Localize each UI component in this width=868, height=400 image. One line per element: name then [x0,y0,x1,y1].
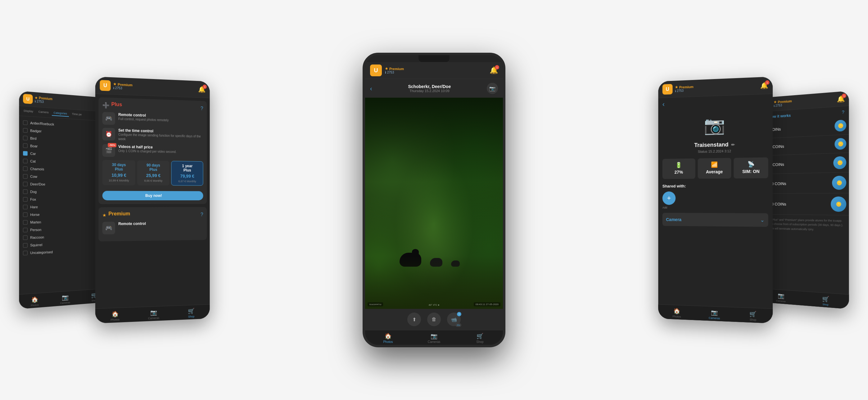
plans-row: 30 days Plus 10,99 € 10,99 € Monthly 90 … [102,160,203,186]
notification-bell-rightmost[interactable]: 🔔 1 [837,95,845,103]
bell-badge-rightmost: 1 [842,93,846,98]
add-label: Add [662,206,667,209]
nav-cameras[interactable]: 📷Cameras [50,293,80,305]
sim-icon: 📡 [737,161,765,168]
checkbox-antler[interactable] [23,120,28,125]
checkbox-raccoon[interactable] [23,235,28,240]
checkbox-person[interactable] [23,228,28,232]
tab-categories[interactable]: Categories [52,110,69,117]
tab-timpe[interactable]: Time pe [70,111,84,118]
how-it-works-help[interactable]: ? [842,109,844,115]
coin-icon-5000: 🪙 [833,156,846,169]
how-it-works-description: owing "Plus" and "Premium" plans provide… [760,214,849,236]
premium-icon: ★ [102,213,106,218]
camera-status: Status 15.2.2024 3:12 [662,148,768,154]
feature-time: ⏰ Set the time control Configure the ima… [102,128,203,143]
coin-item-5000[interactable]: 5 000 COINs 🪙 [760,153,849,174]
checkbox-boar[interactable] [23,143,28,148]
delete-button[interactable]: 🗑 [427,312,441,326]
bell-badge-2: 1 [203,85,207,89]
list-item[interactable]: Hare [22,203,106,211]
coin-item-10000[interactable]: 10 000 COINs 🪙 [760,172,849,194]
app-scene: U ★Premium ℹ 2753 🔔 1 [0,0,868,400]
nav-cameras-right[interactable]: 📷Cameras [695,308,734,321]
premium-remote-icon: 🎮 [102,222,115,234]
checkbox-marten[interactable] [23,220,28,225]
premium-title: Premium [108,211,130,217]
plus-help-icon[interactable]: ? [200,106,203,111]
plan-1-year[interactable]: 1 year Plus 79,99 € 6,67 € Monthly [171,161,203,186]
ground [365,256,503,309]
checkbox-cow[interactable] [23,174,28,178]
buy-button[interactable]: Buy now! [102,191,203,200]
battery-icon: 🔋 [665,162,692,169]
camera-button[interactable]: 📷 [487,83,498,94]
plus-section: ➕ Plus ? 🎮 Remote control Full control, … [98,97,207,204]
nav-photos-center[interactable]: 🏠Photos [365,333,411,343]
checkbox-hare[interactable] [23,205,28,209]
list-item[interactable]: Fox [22,196,106,203]
checkbox-chamois[interactable] [23,167,28,171]
center-header: U ★Premium ℹ 2753 🔔 1 [365,62,503,79]
bell-badge-right: 1 [765,80,769,85]
notification-bell-center[interactable]: 🔔 1 [490,66,498,74]
shared-label: Shared with: [662,183,768,189]
premium-feature-remote: 🎮 Remote control [102,221,203,234]
list-item[interactable]: Dog [22,188,106,196]
photo-nav-header: ‹ Schoberkr, Deer/Doe Thursday 15.2.2024… [365,79,503,98]
checkbox-bird[interactable] [23,136,28,140]
nav-photos-right[interactable]: 🏠Photos [658,307,695,319]
phone-rightmost: U ★Premium ℹ 2753 🔔 1 [760,91,849,309]
tab-display[interactable]: Display [22,108,35,115]
notification-bell-2[interactable]: 🔔 1 [198,86,206,93]
coin-icon-1000: 🪙 [834,138,846,150]
photo-title: Schoberkr, Deer/Doe Thursday 15.2.2024 1… [375,84,484,93]
back-button-right[interactable]: ‹ [662,100,665,108]
nav-shop-center[interactable]: 🛒Shop [457,333,503,343]
share-button[interactable]: ⬆ [407,312,421,326]
remote-icon: 🎮 [102,112,115,125]
back-button[interactable]: ‹ [370,85,372,92]
sim-value: SIM: ON [737,169,765,174]
video-timer-button[interactable]: 📹 20s ? [447,312,461,326]
camera-section[interactable]: Camera ⌄ [662,213,768,227]
list-item[interactable]: Deer/Doe [22,180,106,189]
clock-icon: ⏰ [102,128,115,141]
nav-shop-right[interactable]: 🛒Shop [734,310,773,322]
tab-camera[interactable]: Camera [36,109,50,116]
checkbox-squirrel[interactable] [23,243,28,248]
nav-shop-rightmost[interactable]: 🛒Shop [803,294,849,308]
add-shared-button[interactable]: + [662,191,676,205]
camera-main-display: 📷 [662,107,768,143]
nav-photos[interactable]: 🏠Photos [19,295,50,308]
plan-30-days[interactable]: 30 days Plus 10,99 € 10,99 € Monthly [102,160,135,186]
checkbox-deer[interactable] [23,182,28,186]
checkbox-badger[interactable] [23,128,28,133]
nav-cameras-2[interactable]: 📷Cameras [134,308,173,321]
checkbox-uncategorised[interactable] [23,251,28,256]
checkbox-horse[interactable] [23,212,28,217]
bottom-nav-center: 🏠Photos 📷Cameras 🛒Shop [365,330,503,345]
checkbox-dog[interactable] [23,190,28,194]
premium-label-center: ★Premium [385,67,404,71]
coin-item-20000[interactable]: 20 000 COINs 🪙 [760,193,849,215]
nav-cameras-center[interactable]: 📷Cameras [411,333,457,343]
notification-bell-right[interactable]: 🔔 1 [760,81,768,89]
nav-shop-2[interactable]: 🛒Shop [173,307,210,319]
feature-video: 🎬 -50% Videos at half price Only 1 COIN … [102,144,203,159]
nav-photos-2[interactable]: 🏠Photos [95,310,134,322]
stat-sim: 📡 SIM: ON [734,157,768,178]
app-logo: U [23,94,33,104]
checkbox-car[interactable] [23,151,28,156]
phone-leftmost: U ★Premium ℹ 2753 🔔 1 [19,91,108,309]
coin-icon-20000: 🪙 [831,197,846,212]
plus-title: Plus [112,101,122,107]
checkbox-cat[interactable] [23,159,28,163]
app-logo-center: U [370,65,382,76]
bell-badge-center: 1 [495,65,499,69]
checkbox-fox[interactable] [23,197,28,202]
phone-shop: U ★Premium ℹ 2753 🔔 1 [95,76,210,324]
app-logo-right: U [662,84,673,95]
plan-90-days[interactable]: 90 days Plus 25,99 € 8,66 € Monthly [137,160,169,186]
premium-help-icon[interactable]: ? [200,212,203,218]
